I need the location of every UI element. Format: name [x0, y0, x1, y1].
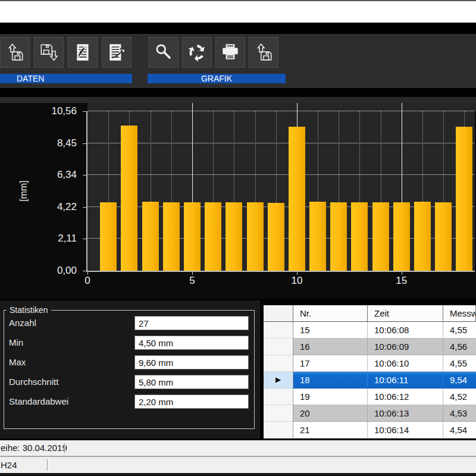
x-tick-label: 15: [396, 275, 407, 287]
stat-row-min: Min: [4, 336, 254, 350]
toolbar-separator: [0, 88, 476, 97]
column-header-nr[interactable]: Nr.: [293, 305, 368, 322]
stat-label: Max: [9, 355, 26, 369]
max-field[interactable]: [134, 355, 249, 369]
stat-row-anzahl: Anzahl: [4, 316, 254, 330]
y-tick-mark: [83, 111, 86, 112]
measurement-table-body: 1510:06:084,551610:06:094,561710:06:104,…: [264, 322, 476, 439]
table-header-row: Nr. Zeit Messwert: [264, 305, 476, 322]
bar: [456, 127, 472, 271]
table-row[interactable]: 1710:06:104,55: [264, 355, 476, 372]
table-row[interactable]: 2010:06:134,53: [264, 405, 476, 422]
row-selector-cell: [264, 322, 293, 339]
selected-row-marker: ▶: [264, 372, 293, 389]
anzahl-field[interactable]: [134, 316, 249, 330]
top-black-band: [0, 23, 476, 34]
load-data-button[interactable]: [0, 37, 30, 68]
standardabwei-field[interactable]: [134, 394, 249, 409]
cell-nr: 20: [293, 405, 368, 422]
table-row[interactable]: 1510:06:084,55: [264, 322, 476, 339]
cell-messwert: 4,55: [443, 355, 476, 372]
zoom-button[interactable]: [149, 37, 178, 68]
cell-zeit: 10:06:08: [368, 322, 443, 339]
y-tick-label: 10,56: [0, 105, 77, 117]
status-text-device: H24: [0, 460, 17, 470]
status-text-date: eihe: 30.04.2019: [0, 443, 67, 453]
report-export-button[interactable]: [102, 37, 131, 68]
status-separator: [64, 443, 65, 453]
cell-messwert: 4,53: [443, 405, 476, 422]
refresh-button[interactable]: [182, 37, 212, 68]
floppy-arrow-down-icon: [38, 42, 60, 63]
y-tick-label: 8,45: [0, 137, 77, 149]
x-tick-label: 10: [291, 275, 302, 287]
column-header-zeit[interactable]: Zeit: [368, 305, 443, 322]
gridline-h: [87, 111, 475, 111]
table-row[interactable]: 1610:06:094,56: [264, 339, 476, 355]
cell-nr: 15: [293, 322, 368, 339]
bar: [393, 202, 410, 271]
toolbar-group-caption-grafik: GRAFIK: [148, 74, 286, 83]
bar: [121, 126, 137, 271]
plot-extension: [87, 103, 476, 111]
bar: [330, 202, 347, 271]
bar: [205, 202, 221, 271]
cell-zeit: 10:06:10: [368, 355, 443, 372]
cell-nr: 18: [293, 372, 368, 389]
y-tick-mark: [83, 207, 86, 208]
cell-messwert: 4,52: [443, 389, 476, 405]
durchschnitt-field[interactable]: [134, 375, 249, 389]
column-header-messwert[interactable]: Messwert: [443, 305, 476, 322]
row-selector-cell: [264, 389, 293, 405]
cell-nr: 21: [293, 422, 368, 439]
printer-icon: [220, 42, 241, 63]
bar: [435, 202, 452, 271]
bar: [163, 202, 180, 271]
cell-nr: 16: [293, 339, 368, 355]
x-tick-label: 5: [189, 275, 195, 287]
save-data-button[interactable]: [34, 37, 64, 68]
bar: [351, 202, 368, 271]
y-tick-label: 2,11: [0, 233, 77, 245]
bar: [309, 202, 326, 271]
y-tick-mark: [83, 143, 86, 144]
measurement-table: Nr. Zeit Messwert 1510:06:084,551610:06:…: [264, 305, 476, 439]
cell-zeit: 10:06:12: [368, 389, 443, 405]
print-button[interactable]: [215, 37, 245, 68]
bar: [414, 202, 431, 271]
floppy-arrow-up-icon: [253, 42, 274, 63]
toolbar: DATEN GRAFIK: [0, 34, 476, 88]
chart-top-strip: [0, 97, 476, 103]
cell-nr: 17: [293, 355, 368, 372]
y-tick-mark: [83, 175, 86, 176]
bar: [372, 202, 389, 271]
statistics-groupbox: Statistiken Anzahl Min Max Durchschnitt: [4, 310, 255, 429]
table-row[interactable]: ▶1810:06:119,54: [264, 372, 476, 389]
recycle-icon: [186, 42, 208, 63]
bar: [100, 202, 117, 271]
cell-messwert: 4,56: [443, 339, 476, 355]
cell-messwert: 9,54: [443, 372, 476, 389]
export-graphic-button[interactable]: [249, 37, 278, 68]
y-tick-mark: [83, 239, 86, 239]
chart-panel: [mm] 0,002,114,226,348,4510,56 051015: [0, 97, 476, 299]
gridline-h: [87, 174, 475, 175]
bar: [184, 202, 201, 271]
table-row[interactable]: 2110:06:144,54: [264, 422, 476, 439]
document-swoosh-icon: [72, 42, 93, 63]
stat-label: Min: [9, 336, 23, 350]
x-tick-label: 0: [84, 275, 90, 287]
bottom-area: Statistiken Anzahl Min Max Durchschnitt: [0, 299, 476, 440]
report-preview-button[interactable]: [68, 37, 98, 68]
y-tick-label: 0,00: [0, 265, 77, 277]
bar: [226, 202, 242, 271]
bar: [268, 203, 284, 271]
row-selector-cell: [264, 405, 293, 422]
table-row[interactable]: 1910:06:124,52: [264, 389, 476, 405]
magnifier-icon: [153, 42, 174, 63]
chart-plot: [86, 111, 475, 272]
y-tick-mark: [83, 271, 86, 271]
bar: [289, 127, 305, 271]
min-field[interactable]: [134, 336, 249, 350]
statistics-panel: Statistiken Anzahl Min Max Durchschnitt: [0, 300, 260, 439]
